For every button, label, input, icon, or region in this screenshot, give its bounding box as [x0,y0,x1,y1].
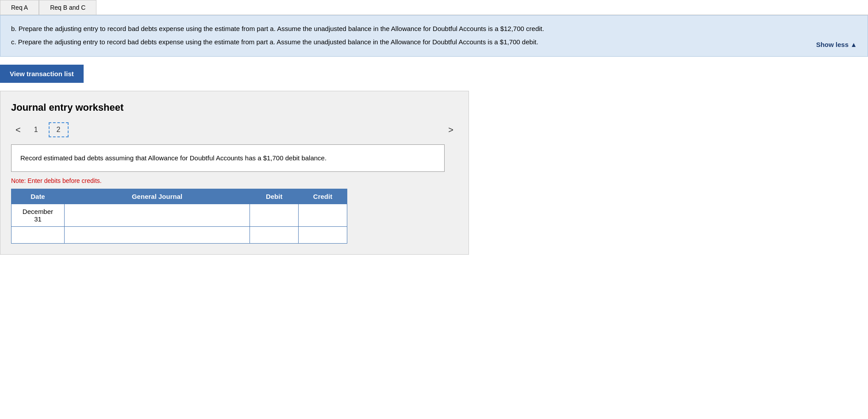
general-journal-cell-2[interactable] [64,227,250,244]
general-journal-cell-1[interactable] [64,204,250,227]
tab-req-a[interactable]: Req A [0,0,39,15]
worksheet-nav-row: < 1 2 > [11,122,458,137]
table-header-row: Date General Journal Debit Credit [12,189,347,204]
journal-table: Date General Journal Debit Credit Decemb… [11,189,347,244]
general-journal-input-1[interactable] [70,212,244,219]
instructions-box: b. Prepare the adjusting entry to record… [0,15,868,57]
description-text: Record estimated bad debts assuming that… [20,154,326,162]
debit-cell-1[interactable] [250,204,299,227]
debit-input-2[interactable] [255,231,293,239]
description-box: Record estimated bad debts assuming that… [11,144,445,172]
view-transaction-list-button[interactable]: View transaction list [0,65,84,83]
nav-prev-button[interactable]: < [11,123,25,137]
col-header-credit: Credit [299,189,347,204]
nav-next-button[interactable]: > [444,123,458,137]
note-text: Note: Enter debits before credits. [11,177,458,184]
credit-cell-2[interactable] [299,227,347,244]
table-row: December31 [12,204,347,227]
instruction-part-b: b. Prepare the adjusting entry to record… [11,23,857,34]
worksheet-container: Journal entry worksheet < 1 2 > Record e… [0,91,469,255]
tab-bar: Req A Req B and C [0,0,868,15]
col-header-date: Date [12,189,65,204]
worksheet-title: Journal entry worksheet [11,102,458,113]
credit-input-2[interactable] [304,231,342,239]
date-cell-1: December31 [12,204,65,227]
tab-req-bc[interactable]: Req B and C [39,0,96,15]
debit-cell-2[interactable] [250,227,299,244]
date-value-1: December31 [23,208,53,223]
credit-cell-1[interactable] [299,204,347,227]
debit-input-1[interactable] [255,212,293,219]
credit-input-1[interactable] [304,212,342,219]
col-header-general-journal: General Journal [64,189,250,204]
col-header-debit: Debit [250,189,299,204]
show-less-link[interactable]: Show less [816,39,857,50]
instruction-part-c: c. Prepare the adjusting entry to record… [11,37,857,47]
page-2-button[interactable]: 2 [49,122,69,137]
table-row [12,227,347,244]
page-1-button[interactable]: 1 [27,123,45,136]
general-journal-input-2[interactable] [70,231,244,239]
date-cell-2 [12,227,65,244]
